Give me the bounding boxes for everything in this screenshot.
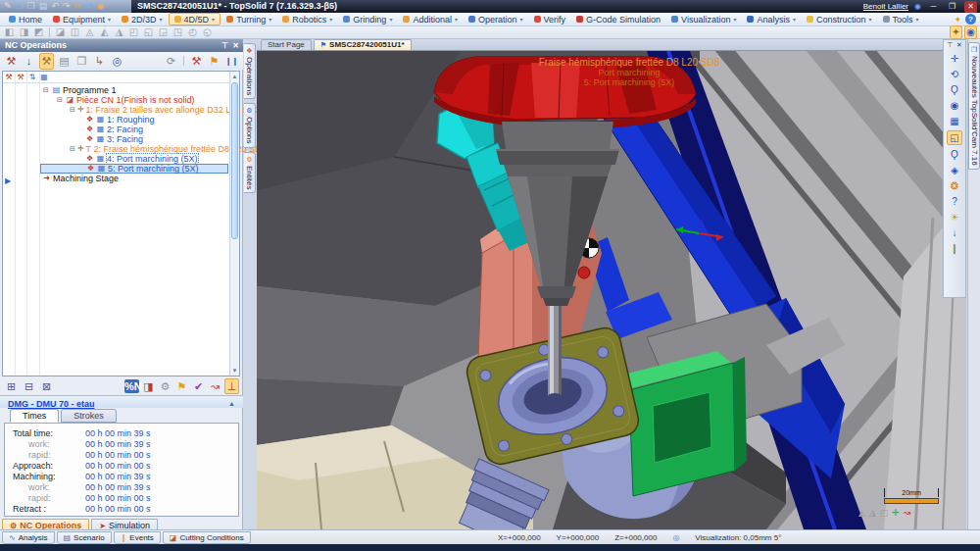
machine-link[interactable]: DMG - DMU 70 - etau — [8, 399, 95, 409]
license-icon[interactable]: ✦ — [950, 25, 962, 39]
dock-tab-scenario[interactable]: ▤Scenario — [57, 531, 112, 544]
collapse-icon[interactable]: ▲ — [228, 398, 235, 410]
tool-path-icon[interactable]: ⚒ — [189, 54, 204, 69]
torch-icon[interactable]: ⚑ — [207, 54, 221, 69]
copy-operation-icon[interactable]: ❐ — [74, 54, 89, 69]
op-icon-2[interactable]: ◨ — [18, 26, 30, 38]
restore-button[interactable]: ❐ — [946, 1, 958, 13]
user-account-link[interactable]: Benoit Lallier — [863, 2, 908, 11]
tab-home[interactable]: Home — [4, 13, 47, 25]
scrollbar-thumb[interactable] — [231, 82, 238, 239]
machine-gear-icon[interactable]: ⚙ — [158, 379, 172, 393]
tree-item-piece[interactable]: ⊟◪Pièce CN 1(Finish is not solid) — [40, 95, 228, 105]
sim-path-icon[interactable]: ↝ — [904, 508, 911, 518]
op-icon-3[interactable]: ◩ — [32, 26, 45, 38]
view-center-icon[interactable]: ◉ — [947, 99, 962, 112]
sort-column-icon[interactable]: ⇅ — [26, 72, 38, 83]
close-icon[interactable]: ✕ — [232, 39, 239, 52]
isometric-view-icon[interactable]: ◈ — [947, 164, 962, 176]
tab-additional[interactable]: Additional▾ — [398, 13, 463, 25]
import-icon[interactable]: ↳ — [92, 54, 107, 69]
undo-icon[interactable]: ↶ — [51, 0, 59, 13]
session-icon[interactable]: ◉ — [964, 25, 977, 39]
pen-icon[interactable]: ✎ — [4, 0, 12, 13]
pause-icon[interactable]: ❙❙ — [224, 54, 239, 69]
tab-start-page[interactable]: Start Page — [261, 39, 312, 50]
tree-item-machining-stage[interactable]: ➜Machining Stage — [40, 174, 228, 183]
sim-mode-icon-1[interactable]: ◭ — [858, 508, 865, 518]
active-tool-icon[interactable]: ⚒ — [39, 53, 54, 70]
sim-mode-icon-3[interactable]: ◰ — [880, 508, 889, 518]
section-view-icon[interactable]: ↓ — [947, 226, 962, 239]
dock-tab-events[interactable]: ❙Events — [114, 531, 161, 544]
op-icon-13[interactable]: ◴ — [186, 26, 199, 38]
tree-item-programme[interactable]: ⊟▤Programme 1 — [40, 85, 228, 95]
grid-view-icon[interactable]: ▦ — [38, 72, 50, 83]
tab-2d3d[interactable]: 2D/3D▾ — [117, 13, 168, 25]
sim-mode-icon-2[interactable]: ◮ — [869, 508, 876, 518]
dock-tab-analysis[interactable]: ∿Analysis — [2, 531, 55, 544]
print-program-icon[interactable]: ▤ — [57, 54, 72, 69]
tree-item-facing3[interactable]: ❖▦3: Facing — [40, 134, 228, 144]
tree-item-facing2[interactable]: ❖▦2: Facing — [40, 125, 228, 134]
side-tab-operations[interactable]: ❖ Opérations — [244, 43, 256, 99]
tab-robotics[interactable]: Robotics▾ — [277, 13, 337, 25]
op-icon-12[interactable]: ◳ — [172, 26, 184, 38]
tree-item-roughing[interactable]: ❖▦1: Roughing — [40, 115, 228, 125]
op-icon-7[interactable]: ◭ — [98, 26, 111, 38]
tree-item-tool2[interactable]: ⊟✛T 2: Fraise hémisphérique frettée D8 L… — [40, 144, 228, 154]
tree-scrollbar[interactable]: ▲ ▼ — [229, 72, 239, 376]
machine-3d-scene[interactable]: Fraise hémisphérique frettée D8 L20 SD8 … — [257, 51, 966, 529]
tab-times[interactable]: Times — [10, 409, 59, 423]
tree-item-tool1[interactable]: ⊟✛1: Fraise 2 tailles avec allonge D32 L… — [40, 105, 228, 115]
op-icon-8[interactable]: ◮ — [113, 26, 125, 38]
op-icon-5[interactable]: ◫ — [69, 26, 81, 38]
edit-pen-icon[interactable]: ✏ — [74, 0, 81, 13]
tab-visualization[interactable]: Visualization▾ — [666, 13, 741, 25]
op-icon-14[interactable]: ◵ — [201, 26, 214, 38]
zoom-window-icon[interactable]: ◱ — [947, 130, 962, 145]
save-icon[interactable]: ❒ — [16, 0, 24, 13]
scroll-up-icon[interactable]: ▲ — [230, 72, 239, 81]
scroll-down-icon[interactable]: ▼ — [230, 366, 239, 376]
probe-tool-icon[interactable]: ⊥ — [224, 378, 239, 394]
op-icon-4[interactable]: ◪ — [54, 26, 67, 38]
hierarchy-icon-1[interactable]: ⊞ — [4, 379, 19, 393]
tab-tools[interactable]: Tools▾ — [878, 13, 924, 25]
flag-icon[interactable]: ⚑ — [174, 379, 189, 393]
tool-manager-icon[interactable]: ⚒ — [4, 54, 19, 69]
tab-verify[interactable]: Verify — [529, 13, 571, 25]
redo-icon[interactable]: ↷ — [63, 0, 71, 13]
tool-display-icon[interactable]: ❙ — [947, 242, 962, 255]
close-button[interactable]: ✕ — [964, 1, 977, 13]
nc-code-icon[interactable]: %N — [124, 379, 139, 393]
dock-tab-cutting-conditions[interactable]: ◪Cutting Conditions — [163, 531, 251, 544]
render-palette-icon[interactable]: ❂ — [947, 179, 962, 192]
tree-item-port5[interactable]: ❖▦5: Port marchining (5X) — [40, 164, 228, 174]
license-key-icon[interactable]: ✦ — [954, 15, 961, 25]
tool-column-icon[interactable]: ⚒ — [3, 72, 15, 83]
minimize-button[interactable]: ─ — [927, 1, 940, 13]
close-icon[interactable]: ✕ — [956, 41, 962, 49]
help-icon[interactable]: ? — [965, 14, 976, 25]
check-icon[interactable]: ✔ — [191, 379, 206, 393]
stock-cube-icon[interactable]: ◨ — [141, 379, 156, 393]
op-icon-1[interactable]: ◧ — [3, 26, 16, 38]
zoom-all-icon[interactable]: Ϙ — [947, 148, 962, 161]
print-icon[interactable]: ▤ — [39, 0, 48, 13]
holder-column-icon[interactable]: ⚒ — [15, 72, 26, 83]
tab-equipment[interactable]: Equipment▾ — [48, 13, 116, 25]
refresh-operations-icon[interactable]: ⟳ — [164, 54, 178, 69]
copy-icon[interactable]: ❐ — [27, 0, 35, 13]
tree-item-port4[interactable]: ❖▦4: Port marchining (5X) — [40, 154, 228, 164]
tab-4d5d[interactable]: 4D/5D▾ — [169, 13, 221, 25]
op-icon-10[interactable]: ◱ — [142, 26, 155, 38]
tab-analysis[interactable]: Analysis▾ — [742, 13, 801, 25]
user-icon[interactable]: ◉ — [96, 0, 104, 13]
grid-view-icon[interactable]: ▦ — [947, 115, 962, 127]
pin-icon[interactable]: ⊤ — [221, 39, 228, 52]
tab-document[interactable]: ⚑SMSC287420051U1* — [314, 39, 412, 50]
tab-grinding[interactable]: Grinding▾ — [338, 13, 397, 25]
tab-gcode-simulation[interactable]: G-Code Simulation — [571, 13, 665, 25]
tool-shaft[interactable] — [548, 306, 562, 399]
